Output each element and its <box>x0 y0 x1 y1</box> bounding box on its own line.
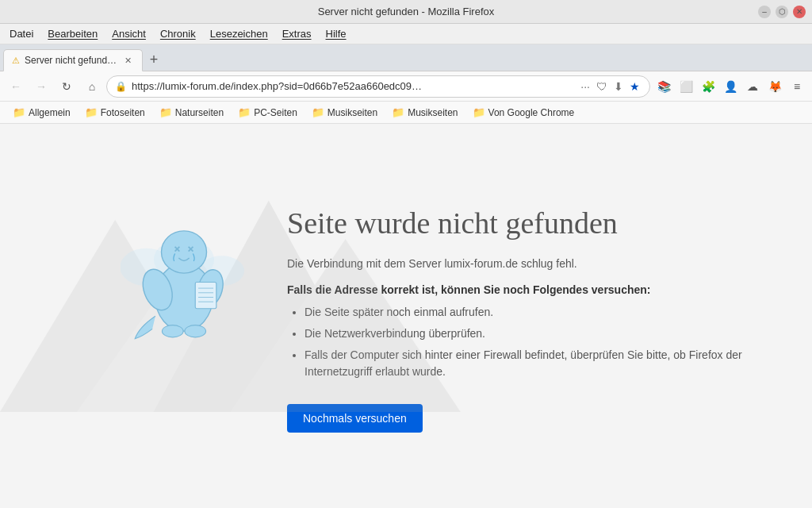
back-icon: ← <box>10 80 21 93</box>
error-tip-2: Die Netzwerkverbindung überprüfen. <box>304 325 747 342</box>
svg-point-20 <box>162 325 183 337</box>
library-icon: 📚 <box>657 80 671 93</box>
forward-button[interactable]: → <box>30 75 52 98</box>
dino-area <box>113 199 255 350</box>
firefox-icon: 🦊 <box>768 80 782 93</box>
bookmark-label-naturseiten: Naturseiten <box>175 107 224 118</box>
bookmark-von-google-chrome[interactable]: 📁 Von Google Chrome <box>466 105 581 120</box>
maximize-button[interactable]: ⬡ <box>776 6 788 18</box>
lock-icon: 🔒 <box>115 81 127 92</box>
close-button[interactable]: ✕ <box>793 6 806 18</box>
reload-icon: ↻ <box>62 80 71 93</box>
home-icon: ⌂ <box>89 80 95 93</box>
back-button[interactable]: ← <box>5 75 27 98</box>
star-icon[interactable]: ★ <box>628 79 642 94</box>
svg-rect-15 <box>195 282 216 308</box>
dots-button[interactable]: ··· <box>579 79 592 94</box>
synced-tabs-icon: ⬜ <box>680 80 693 93</box>
menu-datei[interactable]: Datei <box>3 26 40 41</box>
new-tab-button[interactable]: + <box>143 48 165 71</box>
tab-label: Server nicht gefund… <box>25 55 117 66</box>
folder-icon-musikseiten-1: 📁 <box>312 106 324 118</box>
bookmark-label-allgemein: Allgemein <box>29 107 71 118</box>
titlebar: Server nicht gefunden - Mozilla Firefox … <box>0 0 812 24</box>
url-display: https://lumix-forum.de/index.php?sid=0d6… <box>132 80 574 92</box>
home-button[interactable]: ⌂ <box>81 75 103 98</box>
window-controls: – ⬡ ✕ <box>758 6 806 18</box>
bookmark-fotoseiten[interactable]: 📁 Fotoseiten <box>79 105 151 120</box>
minimize-button[interactable]: – <box>758 6 771 18</box>
navbar: ← → ↻ ⌂ 🔒 https://lumix-forum.de/index.p… <box>0 71 812 102</box>
bookmark-pc-seiten[interactable]: 📁 PC-Seiten <box>232 105 304 120</box>
menu-button[interactable]: ≡ <box>787 76 807 97</box>
bookmark-label-musikseiten-1: Musikseiten <box>327 107 377 118</box>
error-tip-1: Die Seite später noch einmal aufrufen. <box>304 304 747 321</box>
reload-button[interactable]: ↻ <box>56 75 78 98</box>
cloud-icon: ☁ <box>747 80 758 93</box>
menubar: Datei Bearbeiten Ansicht Chronik Lesezei… <box>0 24 812 44</box>
account-button[interactable]: 👤 <box>720 76 741 97</box>
folder-icon-musikseiten-2: 📁 <box>392 106 404 118</box>
library-button[interactable]: 📚 <box>653 76 674 97</box>
menu-chronik[interactable]: Chronik <box>154 26 202 41</box>
bookmark-musikseiten-1[interactable]: 📁 Musikseiten <box>305 105 384 120</box>
main-content: Seite wurde nicht gefunden Die Verbindun… <box>0 124 812 508</box>
account-icon: 👤 <box>724 80 737 93</box>
shield-button[interactable]: 🛡 <box>595 79 609 94</box>
bookmark-label-pc-seiten: PC-Seiten <box>254 107 297 118</box>
bookmark-allgemein[interactable]: 📁 Allgemein <box>6 105 77 120</box>
retry-button[interactable]: Nochmals versuchen <box>287 404 423 433</box>
window-title: Server nicht gefunden - Mozilla Firefox <box>54 6 758 17</box>
menu-lesezeichen[interactable]: Lesezeichen <box>204 26 274 41</box>
forward-icon: → <box>36 80 47 93</box>
error-container: Seite wurde nicht gefunden Die Verbindun… <box>65 199 747 433</box>
address-actions: ··· 🛡 ⬇ ★ <box>579 79 642 94</box>
extensions-icon: 🧩 <box>702 80 715 93</box>
error-tips-list: Die Seite später noch einmal aufrufen. D… <box>287 304 747 380</box>
bookmark-musikseiten-2[interactable]: 📁 Musikseiten <box>385 105 464 120</box>
extensions-button[interactable]: 🧩 <box>698 76 718 97</box>
menu-ansicht[interactable]: Ansicht <box>105 26 152 41</box>
svg-point-8 <box>162 230 207 272</box>
toolbar-icons: 📚 ⬜ 🧩 👤 ☁ 🦊 ≡ <box>653 76 807 97</box>
error-description: Die Verbindung mit dem Server lumix-foru… <box>287 256 747 272</box>
menu-hilfe[interactable]: Hilfe <box>320 26 353 41</box>
folder-icon-allgemein: 📁 <box>13 106 25 118</box>
address-bar[interactable]: 🔒 https://lumix-forum.de/index.php?sid=0… <box>106 75 650 98</box>
error-text-area: Seite wurde nicht gefunden Die Verbindun… <box>287 199 747 433</box>
active-tab[interactable]: ⚠ Server nicht gefund… ✕ <box>3 49 143 71</box>
menu-extras[interactable]: Extras <box>276 26 318 41</box>
tab-warning-icon: ⚠ <box>12 56 20 66</box>
cloud-button[interactable]: ☁ <box>742 76 763 97</box>
bookmark-label-fotoseiten: Fotoseiten <box>101 107 145 118</box>
synced-tabs-button[interactable]: ⬜ <box>676 76 696 97</box>
folder-icon-pc-seiten: 📁 <box>238 106 251 118</box>
hamburger-icon: ≡ <box>794 80 800 93</box>
menu-bearbeiten[interactable]: Bearbeiten <box>41 26 104 41</box>
error-tips-title: Falls die Adresse korrekt ist, können Si… <box>287 283 747 296</box>
bookmark-label-musikseiten-2: Musikseiten <box>408 107 458 118</box>
svg-point-21 <box>185 325 206 337</box>
firefox-icon-btn[interactable]: 🦊 <box>764 76 785 97</box>
dino-illustration <box>121 199 247 350</box>
download-icon: ⬇ <box>612 79 625 94</box>
bookmark-label-von-google-chrome: Von Google Chrome <box>488 107 575 118</box>
bookmark-naturseiten[interactable]: 📁 Naturseiten <box>153 105 230 120</box>
error-tip-3: Falls der Computer sich hinter einer Fir… <box>304 347 747 380</box>
bookmarks-bar: 📁 Allgemein 📁 Fotoseiten 📁 Naturseiten 📁… <box>0 102 812 124</box>
folder-icon-von-google-chrome: 📁 <box>473 106 485 118</box>
tabbar: ⚠ Server nicht gefund… ✕ + <box>0 44 812 71</box>
error-heading: Seite wurde nicht gefunden <box>287 207 747 241</box>
tab-close-button[interactable]: ✕ <box>121 54 134 67</box>
folder-icon-fotoseiten: 📁 <box>85 106 98 118</box>
folder-icon-naturseiten: 📁 <box>159 106 172 118</box>
